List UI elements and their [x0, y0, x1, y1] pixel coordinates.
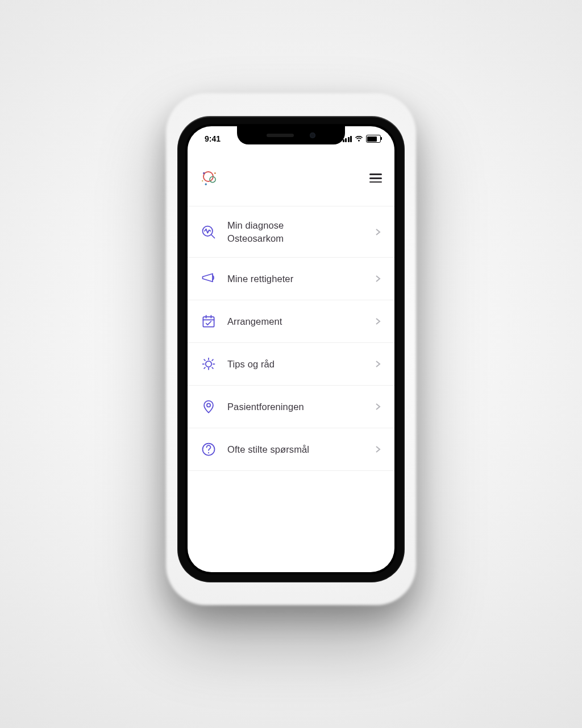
svg-line-19	[204, 367, 205, 369]
menu-item-label: Ofte stilte spørsmål	[227, 443, 365, 456]
chevron-right-icon	[375, 403, 382, 411]
phone-screen: 9:41	[188, 126, 394, 572]
menu-item-events[interactable]: Arrangement	[188, 300, 394, 343]
menu-item-label: Tips og råd	[227, 358, 365, 370]
app-header	[188, 151, 394, 206]
menu-item-label: Pasientforeningen	[227, 400, 365, 413]
question-icon	[200, 441, 217, 458]
svg-line-17	[204, 359, 205, 361]
menu-item-label: Min diagnose Osteosarkom	[227, 219, 365, 245]
menu-item-association[interactable]: Pasientforeningen	[188, 386, 394, 428]
diagnosis-icon	[200, 224, 217, 241]
phone-front-camera	[310, 133, 315, 138]
svg-point-3	[205, 184, 207, 185]
svg-point-4	[214, 173, 216, 175]
svg-point-2	[203, 172, 205, 174]
wifi-icon	[355, 136, 363, 142]
svg-point-5	[202, 180, 203, 181]
svg-point-21	[207, 403, 210, 407]
chevron-right-icon	[375, 445, 382, 453]
lightbulb-icon	[200, 355, 217, 373]
phone-speaker	[267, 134, 294, 137]
chevron-right-icon	[375, 317, 382, 325]
menu-item-label: Arrangement	[227, 315, 365, 328]
megaphone-icon	[200, 270, 217, 287]
phone-notch	[237, 126, 345, 144]
status-time: 9:41	[205, 134, 221, 143]
menu-item-faq[interactable]: Ofte stilte spørsmål	[188, 428, 394, 471]
menu-item-rights[interactable]: Mine rettigheter	[188, 258, 394, 300]
phone-frame: 9:41	[177, 116, 405, 582]
svg-line-7	[211, 235, 214, 238]
calendar-icon	[200, 313, 217, 330]
chevron-right-icon	[375, 228, 382, 236]
status-indicators	[343, 135, 381, 143]
hamburger-menu-button[interactable]	[369, 173, 382, 183]
chevron-right-icon	[375, 275, 382, 283]
battery-icon	[366, 135, 381, 143]
svg-point-23	[208, 452, 209, 453]
svg-line-20	[212, 367, 213, 369]
app-logo	[200, 168, 219, 188]
chevron-right-icon	[375, 360, 382, 368]
svg-rect-8	[203, 317, 214, 327]
phone-bezel: 9:41	[185, 124, 397, 574]
menu-list: Min diagnose Osteosarkom Mine rettighete…	[188, 206, 394, 471]
menu-item-tips[interactable]: Tips og råd	[188, 343, 394, 386]
svg-point-12	[206, 361, 212, 367]
svg-line-18	[212, 359, 213, 361]
location-icon	[200, 398, 217, 415]
menu-item-diagnosis[interactable]: Min diagnose Osteosarkom	[188, 206, 394, 258]
menu-item-label: Mine rettigheter	[227, 272, 365, 285]
